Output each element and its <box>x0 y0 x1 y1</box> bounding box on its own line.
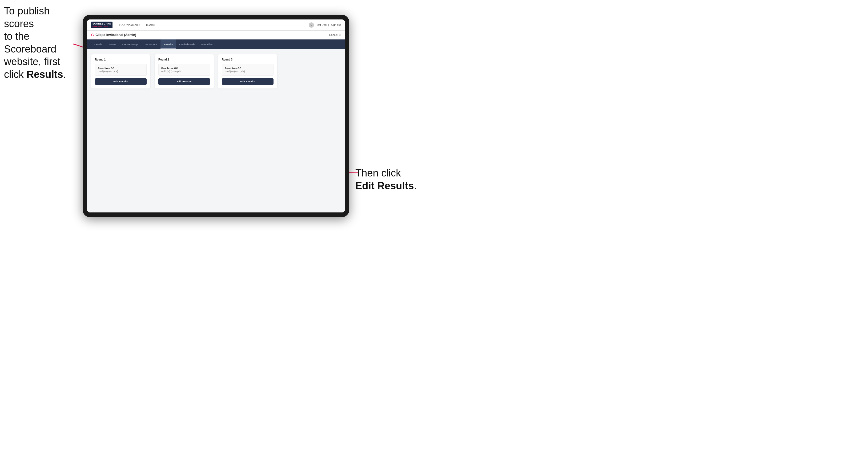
tournament-title: Clippd Invitational (Admin) <box>95 33 329 37</box>
round-3-card: Round 3 Peachtree GC Gold (M) (7010 yds)… <box>218 54 277 89</box>
rounds-grid: Round 1 Peachtree GC Gold (M) (7010 yds)… <box>91 54 341 89</box>
tab-course-setup[interactable]: Course Setup <box>119 39 141 49</box>
round-2-title: Round 2 <box>158 58 210 61</box>
round-2-course-card: Peachtree GC Gold (M) (7010 yds) <box>158 64 210 76</box>
round-3-title: Round 3 <box>222 58 274 61</box>
round-2-course-details: Gold (M) (7010 yds) <box>161 70 207 73</box>
cancel-button[interactable]: Cancel ✕ <box>329 34 341 36</box>
user-avatar: U <box>309 22 314 28</box>
round-3-course-card: Peachtree GC Gold (M) (7010 yds) <box>222 64 274 76</box>
round-1-title: Round 1 <box>95 58 147 61</box>
round-1-course-card: Peachtree GC Gold (M) (7010 yds) <box>95 64 147 76</box>
round-1-course-name: Peachtree GC <box>98 67 144 69</box>
round-2-course-name: Peachtree GC <box>161 67 207 69</box>
round-1-card: Round 1 Peachtree GC Gold (M) (7010 yds)… <box>91 54 150 89</box>
edit-results-button-2[interactable]: Edit Results <box>158 79 210 85</box>
edit-results-button-1[interactable]: Edit Results <box>95 79 147 85</box>
tab-details[interactable]: Details <box>91 39 105 49</box>
user-label: Test User | <box>316 24 329 26</box>
round-1-course-details: Gold (M) (7010 yds) <box>98 70 144 73</box>
tab-printables[interactable]: Printables <box>198 39 216 49</box>
tablet-frame: SCOREBOARD Powered by clippd TOURNAMENTS… <box>83 15 349 217</box>
nav-right: U Test User | Sign out <box>309 22 341 28</box>
round-3-course-name: Peachtree GC <box>225 67 271 69</box>
tournament-icon: C <box>91 33 94 37</box>
tab-teams[interactable]: Teams <box>105 39 119 49</box>
tournament-header: C Clippd Invitational (Admin) Cancel ✕ <box>87 31 345 39</box>
edit-results-button-3[interactable]: Edit Results <box>222 79 274 85</box>
instruction-right: Then click Edit Results. <box>355 167 430 192</box>
logo-area: SCOREBOARD Powered by clippd <box>91 22 113 28</box>
nav-links: TOURNAMENTS TEAMS <box>119 24 155 26</box>
round-3-course-details: Gold (M) (7010 yds) <box>225 70 271 73</box>
instruction-left: To publish scores to the Scoreboard webs… <box>4 5 81 81</box>
sign-out-link[interactable]: Sign out <box>331 24 341 26</box>
tab-bar: Details Teams Course Setup Tee Groups Re… <box>87 39 345 49</box>
scoreboard-logo: SCOREBOARD Powered by clippd <box>91 22 113 28</box>
top-nav: SCOREBOARD Powered by clippd TOURNAMENTS… <box>87 20 345 31</box>
empty-column <box>281 54 341 89</box>
teams-nav-link[interactable]: TEAMS <box>146 24 155 26</box>
tournaments-nav-link[interactable]: TOURNAMENTS <box>119 24 140 26</box>
tablet-screen: SCOREBOARD Powered by clippd TOURNAMENTS… <box>87 20 345 213</box>
tab-results[interactable]: Results <box>160 39 176 49</box>
tab-tee-groups[interactable]: Tee Groups <box>141 39 160 49</box>
round-2-card: Round 2 Peachtree GC Gold (M) (7010 yds)… <box>155 54 214 89</box>
tab-leaderboards[interactable]: Leaderboards <box>176 39 198 49</box>
main-content: Round 1 Peachtree GC Gold (M) (7010 yds)… <box>87 49 345 213</box>
